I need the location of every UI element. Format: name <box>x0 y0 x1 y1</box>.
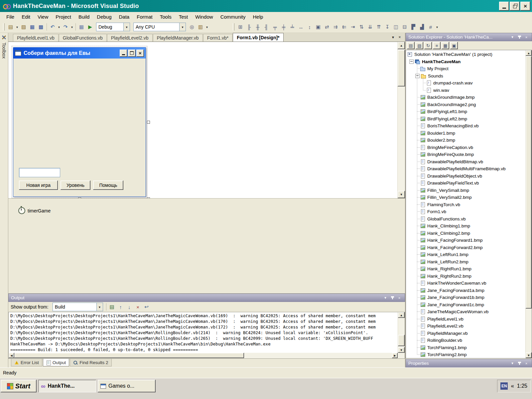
tree-item[interactable]: Jane_FacingForward1b.bmp <box>406 294 526 301</box>
make-vertical-spacing-equal-icon[interactable]: ⇅ <box>357 23 366 31</box>
menu-item-help[interactable]: Help <box>249 13 267 21</box>
scroll-down-icon[interactable]: ▼ <box>398 347 405 353</box>
task-button[interactable]: ∞HankThe... <box>38 380 96 392</box>
properties-panel-titlebar[interactable]: Properties ▾ × <box>406 359 532 367</box>
auto-hide-pin-icon[interactable] <box>389 295 395 301</box>
toolbar-grip[interactable] <box>3 23 5 31</box>
language-indicator[interactable]: EN <box>500 382 508 390</box>
designed-form-body[interactable]: Новая игра Уровень Помощь <box>13 59 146 197</box>
tree-item[interactable]: BirdFlyingLeft2.bmp <box>406 115 526 123</box>
form-button-new-game[interactable]: Новая игра <box>19 181 58 190</box>
view-class-diagram-icon[interactable]: ▣ <box>450 42 458 49</box>
tree-item[interactable]: drumpad-crash.wav <box>406 79 526 87</box>
minimize-button[interactable] <box>499 2 509 11</box>
goto-message-icon[interactable]: ▤ <box>108 303 116 311</box>
tree-item[interactable]: Hank_Climbing2.bmp <box>406 230 526 237</box>
undo-dropdown-icon[interactable]: ▾ <box>57 23 61 31</box>
form-button-level[interactable]: Уровень <box>61 181 90 190</box>
tree-item[interactable]: TorchFlaming2.bmp <box>406 351 526 358</box>
designed-form-titlebar[interactable]: Собери факелы для Евы × <box>13 48 146 59</box>
tool-tab-error-list[interactable]: Error List <box>11 359 42 366</box>
tree-item[interactable]: Boulder1.bmp <box>406 130 526 137</box>
menu-item-edit[interactable]: Edit <box>18 13 34 21</box>
tree-item[interactable]: Fillin_VerySmall2.bmp <box>406 194 526 201</box>
window-titlebar[interactable]: HankTheCaveMan - Microsoft Visual Studio… <box>0 0 532 12</box>
solution-tree[interactable]: Solution 'HankTheCaveMan' (1 project)Han… <box>406 50 532 358</box>
tree-item[interactable]: Jane_FacingForward1a.bmp <box>406 287 526 294</box>
tree-item[interactable]: HankTheWonderCaveman.vb <box>406 280 526 287</box>
tree-vertical-scrollbar[interactable]: ▲ ▼ <box>525 50 532 358</box>
tree-item[interactable]: DrawablePlayfieldMultiFrameBitmap.vb <box>406 165 526 173</box>
canvas-scroll-thumb[interactable] <box>398 50 405 86</box>
doc-tab[interactable]: Form1.vb* <box>203 34 233 42</box>
tree-item[interactable]: Hank_RightRun1.bmp <box>406 265 526 273</box>
make-same-width-icon[interactable]: ↔ <box>297 23 305 31</box>
tree-item[interactable]: PlayfieldManager.vb <box>406 330 526 337</box>
tree-item[interactable]: win.wav <box>406 87 526 94</box>
align-tops-icon[interactable]: ╤ <box>271 23 279 31</box>
toolbar-grip[interactable] <box>233 23 234 31</box>
tree-item[interactable]: Hank_Climbing1.bmp <box>406 222 526 230</box>
output-source-combo[interactable]: Build ▾ <box>53 303 103 311</box>
doc-tab[interactable]: GlobalFunctions.vb <box>59 34 107 42</box>
form-button-help[interactable]: Помощь <box>93 181 123 190</box>
align-rights-icon[interactable]: ╢ <box>262 23 271 31</box>
auto-hide-pin-icon[interactable] <box>516 361 522 366</box>
make-same-size-icon[interactable]: ▣ <box>314 23 323 31</box>
scroll-left-icon[interactable]: ◀ <box>9 353 14 358</box>
menu-item-tools[interactable]: Tools <box>156 13 175 21</box>
save-icon[interactable]: ▦ <box>28 23 37 31</box>
redo-icon[interactable]: ↷ <box>61 23 70 31</box>
tree-item[interactable]: BirdFlyingLeft1.bmp <box>406 108 526 115</box>
doc-tab[interactable]: PlayfieldManager.vb <box>153 34 203 42</box>
scroll-right-icon[interactable]: ▶ <box>392 353 398 358</box>
tree-item[interactable]: BackGroundImage2.png <box>406 101 526 108</box>
align-bottoms-icon[interactable]: ╧ <box>288 23 297 31</box>
menu-item-format[interactable]: Format <box>133 13 156 21</box>
tree-item[interactable]: PlayfieldLevel2.vb <box>406 323 526 330</box>
tree-scroll-thumb[interactable] <box>526 56 532 309</box>
word-wrap-icon[interactable]: ↩ <box>142 303 151 311</box>
scroll-down-icon[interactable]: ▼ <box>526 352 532 358</box>
new-item-dropdown-icon[interactable]: ▾ <box>15 23 19 31</box>
doc-tab[interactable]: PlayfieldLevel2.vb <box>107 34 153 42</box>
tree-item[interactable]: Fillin_VerySmall.bmp <box>406 187 526 194</box>
center-horizontally-icon[interactable]: ◫ <box>392 23 400 31</box>
start-debug-icon[interactable]: ▶ <box>86 23 94 31</box>
menu-item-view[interactable]: View <box>34 13 52 21</box>
tree-item[interactable]: DrawablePlayfieldObject.vb <box>406 173 526 180</box>
chevron-down-icon[interactable]: ▾ <box>96 303 103 311</box>
menu-item-debug[interactable]: Debug <box>93 13 115 21</box>
layout-toolbar-options-icon[interactable]: ▾ <box>435 23 439 31</box>
timer-component[interactable]: timerGame <box>18 207 51 214</box>
canvas-vertical-scrollbar[interactable]: ▲ ▼ <box>397 42 405 198</box>
auto-hide-pin-icon[interactable] <box>516 35 522 40</box>
output-scroll-thumb[interactable] <box>398 335 405 346</box>
align-lefts-icon[interactable]: ╟ <box>245 23 253 31</box>
menu-item-data[interactable]: Data <box>115 13 133 21</box>
tool-tab-find-results-2[interactable]: Find Results 2 <box>70 359 111 366</box>
refresh-icon[interactable]: ↻ <box>424 42 432 49</box>
send-to-back-icon[interactable]: ▟ <box>418 23 426 31</box>
align-middles-icon[interactable]: ╪ <box>279 23 288 31</box>
menu-item-window[interactable]: Window <box>192 13 216 21</box>
scroll-up-icon[interactable]: ▲ <box>398 42 405 49</box>
properties-window-icon[interactable]: ▥ <box>196 23 205 31</box>
make-horizontal-spacing-equal-icon[interactable]: ⇄ <box>323 23 331 31</box>
clear-all-icon[interactable]: × <box>134 303 142 311</box>
tree-item[interactable]: TorchFlaming1.bmp <box>406 344 526 351</box>
new-project-icon[interactable]: ▤ <box>6 23 15 31</box>
close-button[interactable]: × <box>520 2 530 11</box>
toolbox-tab[interactable]: Toolbox <box>0 33 8 367</box>
decrease-vertical-spacing-icon[interactable]: ⇈ <box>374 23 383 31</box>
properties-close-icon[interactable]: × <box>523 361 529 366</box>
doc-tab[interactable]: PlayfieldLevel1.vb <box>13 34 59 42</box>
align-centers-icon[interactable]: ╫ <box>253 23 262 31</box>
undo-icon[interactable]: ↶ <box>48 23 57 31</box>
design-canvas[interactable]: Собери факелы для Евы × Новая игра Урове… <box>8 42 405 199</box>
tree-item[interactable]: GlobalFunctions.vb <box>406 215 526 223</box>
menu-item-community[interactable]: Community <box>217 13 249 21</box>
window-position-icon[interactable]: ▾ <box>382 295 388 301</box>
tree-item[interactable]: BringMeFireCaption.vb <box>406 144 526 151</box>
view-code-icon[interactable]: ≡ <box>433 42 441 49</box>
